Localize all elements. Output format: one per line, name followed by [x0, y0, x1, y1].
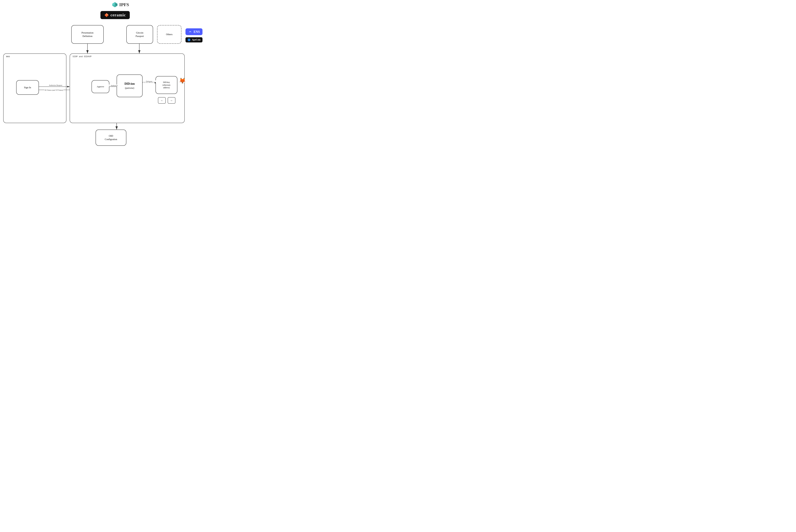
siop-label: SIOP and OID4VP [73, 55, 92, 58]
vc-label-1: vc [161, 99, 163, 101]
approve-label: Approve [97, 85, 104, 88]
others-box: Others [157, 25, 182, 44]
diagram-container: IPFS ceramic PresentationDefinition Gitc… [0, 0, 219, 146]
metamask-fox-icon: 🦊 [179, 77, 186, 84]
oid-configuration-label: OIDConfigration [105, 134, 117, 141]
id-token-label: ID Token (and VP Token) [44, 89, 63, 91]
vc-box-1: vc [158, 97, 166, 103]
ipfs-logo: IPFS [112, 2, 129, 8]
svg-marker-19 [107, 15, 109, 17]
web-label: Web [6, 55, 10, 58]
ens-icon [188, 30, 192, 34]
presentation-definition-label: PresentationDefinition [81, 31, 93, 38]
svg-marker-18 [107, 13, 109, 15]
authorize-label: ← Authorize [108, 84, 118, 87]
ceramic-icon [104, 13, 109, 17]
delegate-label: - - - Delegate - - - [143, 80, 156, 82]
ens-logo: ENS [186, 28, 203, 35]
approve-box: Approve [92, 80, 109, 93]
ipfs-icon [112, 2, 118, 8]
apecoin-logo: A ApeCoin [186, 37, 203, 42]
ens-label: ENS [194, 30, 200, 34]
svg-point-20 [188, 30, 192, 34]
sign-in-box: Sign In [16, 80, 39, 95]
apecoin-icon: A [187, 38, 191, 41]
sign-in-label: Sign In [24, 86, 31, 89]
ipfs-label: IPFS [119, 2, 129, 7]
did-ion-label: DID:ion(pairwise) [125, 82, 135, 90]
others-label: Others [166, 33, 172, 36]
apecoin-label: ApeCoin [192, 39, 201, 41]
authorize-request-label: Authorize Request [49, 84, 62, 86]
oid-configuration-box: OIDConfigration [96, 130, 126, 146]
ceramic-label: ceramic [111, 13, 126, 18]
svg-text:A: A [188, 39, 190, 41]
ceramic-logo: ceramic [100, 11, 130, 19]
did-key-label: DID:key(ethereumaddress) [163, 81, 170, 89]
did-ion-box: DID:ion(pairwise) [117, 75, 143, 97]
presentation-definition-box: PresentationDefinition [71, 25, 104, 44]
gitcoin-passport-label: GitcoinPassport [136, 31, 144, 38]
vc-label-2: vc [171, 99, 172, 101]
vc-box-2: vc [168, 97, 175, 103]
did-key-box: DID:key(ethereumaddress) [155, 76, 177, 94]
gitcoin-passport-box: GitcoinPassport [126, 25, 153, 44]
